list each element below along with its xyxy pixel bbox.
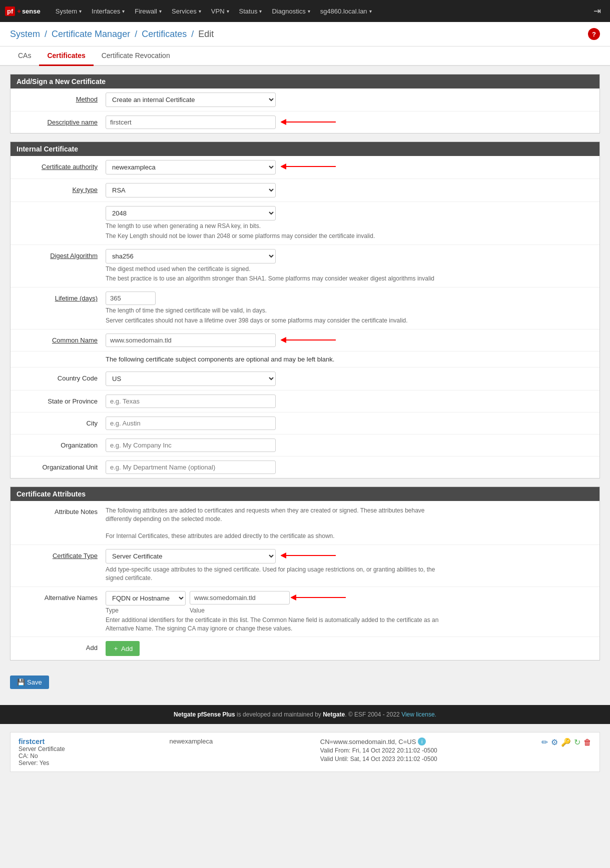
key-length-hint1: The length to use when generating a new … [106,222,446,230]
nav-system[interactable]: System ▾ [51,0,87,22]
descriptive-name-field [106,116,594,129]
alt-names-row: Alternative Names FQDN or Hostname IP Ad… [11,587,599,638]
digest-select[interactable]: sha1 sha224 sha256 sha384 sha512 [106,249,276,264]
info-icon[interactable]: i [418,738,426,746]
plus-add-icon: ＋ [113,644,119,653]
common-name-field [106,334,594,347]
cert-bottom-row: firstcert Server Certificate CA: No Serv… [10,732,600,772]
attr-notes-label: Attribute Notes [16,505,106,516]
digest-hint1: The digest method used when the certific… [106,265,446,274]
cert-cn: CN=www.somedomain.tld, C=US i [320,738,531,746]
key-type-label: Key type [16,183,106,194]
tab-cas[interactable]: CAs [10,46,39,65]
key-type-select[interactable]: RSA ECDSA [106,183,276,198]
descriptive-name-input[interactable] [106,116,276,129]
tab-cert-revocation[interactable]: Certificate Revocation [94,46,178,65]
nav-services[interactable]: Services ▾ [167,0,206,22]
ca-field: newexampleca [106,160,594,174]
key-length-label [16,206,106,209]
nav-firewall[interactable]: Firewall ▾ [130,0,167,22]
alt-names-type-col: Type [106,607,186,614]
method-select[interactable]: Create an internal Certificate Import an… [106,92,276,107]
arrow-annotation-4 [281,550,341,561]
edit-cert-icon[interactable]: ✏ [541,738,548,747]
alt-names-value-input[interactable] [190,591,290,604]
ca-row: Certificate authority newexampleca [11,156,599,179]
org-row: Organization [11,434,599,456]
common-name-input[interactable] [106,334,276,347]
add-button[interactable]: ＋ Add [106,641,140,656]
key-length-select[interactable]: 512 1024 2048 4096 [106,206,276,220]
city-input[interactable] [106,416,276,430]
lifetime-hint2: Server certificates should not have a li… [106,316,446,325]
key-length-row: 512 1024 2048 4096 The length to use whe… [11,202,599,245]
ca-label: Certificate authority [16,160,106,170]
breadcrumb-certificates[interactable]: Certificates [142,29,187,39]
footer: Netgate pfSense Plus is developed and ma… [0,705,610,724]
org-input[interactable] [106,438,276,452]
nav-vpn[interactable]: VPN ▾ [206,0,234,22]
nav-interfaces[interactable]: Interfaces ▾ [87,0,130,22]
state-input[interactable] [106,394,276,408]
help-button[interactable]: ? [588,28,600,40]
add-row: Add ＋ Add [11,637,599,660]
cert-bottom-server: Server: Yes [19,760,159,766]
arrow-annotation-2 [281,161,341,172]
ca-select[interactable]: newexampleca [106,160,276,174]
top-nav: pf + sense System ▾ Interfaces ▾ Firewal… [0,0,610,22]
internal-cert-header: Internal Certificate [11,142,599,156]
digest-row: Digest Algorithm sha1 sha224 sha256 sha3… [11,245,599,288]
optional-note: The following certificate subject compon… [106,356,594,363]
attr-notes-row: Attribute Notes The following attributes… [11,501,599,545]
nav-diagnostics[interactable]: Diagnostics ▾ [267,0,315,22]
alt-names-type-select[interactable]: FQDN or Hostname IP Address Email Addres… [106,591,186,606]
lifetime-input[interactable] [106,292,156,305]
digest-hint2: The best practice is to use an algorithm… [106,274,446,283]
cert-type-select[interactable]: Server Certificate User Certificate CA C… [106,549,276,564]
cert-bottom-type: Server Certificate [19,746,159,752]
nav-hostname[interactable]: sg4860.local.lan ▾ [315,0,377,22]
footer-license-link[interactable]: View license. [401,711,436,718]
cert-issuer: newexampleca [169,738,310,745]
tab-certificates[interactable]: Certificates [39,46,93,65]
method-row: Method Create an internal Certificate Im… [11,88,599,112]
logout-icon[interactable]: ⇥ [589,6,605,16]
pf-icon: pf [5,6,15,16]
org-unit-input[interactable] [106,460,276,474]
breadcrumb-cert-manager[interactable]: Certificate Manager [52,29,130,39]
alt-names-value-col: Value [190,607,205,614]
key-length-hint2: The Key Length should not be lower than … [106,232,446,240]
alt-names-field: FQDN or Hostname IP Address Email Addres… [106,591,594,633]
delete-cert-icon[interactable]: 🗑 [583,738,591,747]
add-field: ＋ Add [106,641,594,656]
add-sign-header: Add/Sign a New Certificate [11,74,599,88]
digest-field: sha1 sha224 sha256 sha384 sha512 The dig… [106,249,594,284]
refresh-cert-icon[interactable]: ↻ [574,738,580,747]
arrow-annotation-3 [281,334,341,346]
plus-icon: + [17,8,21,15]
country-code-select[interactable]: US GB DE FR CA AU [106,372,276,386]
cert-bottom-name: firstcert [19,738,159,746]
arrow-annotation-1 [281,116,341,128]
breadcrumb-system[interactable]: System [10,29,40,39]
cert-valid-until: Valid Until: Sat, 14 Oct 2023 20:11:02 -… [320,756,531,762]
save-button[interactable]: 💾 Save [10,676,49,689]
optional-note-row: The following certificate subject compon… [11,352,599,368]
key-length-field: 512 1024 2048 4096 The length to use whe… [106,206,594,240]
alt-names-label: Alternative Names [16,591,106,602]
gear-cert-icon[interactable]: ⚙ [551,738,558,747]
cert-bottom-container: firstcert Server Certificate CA: No Serv… [0,724,610,782]
key-cert-icon[interactable]: 🔑 [561,738,571,747]
nav-status[interactable]: Status ▾ [234,0,267,22]
attr-notes-text1: The following attributes are added to ce… [106,506,446,524]
cert-type-label: Certificate Type [16,549,106,560]
cert-type-field: Server Certificate User Certificate CA C… [106,549,594,582]
footer-text: Netgate pfSense Plus is developed and ma… [174,711,436,718]
lifetime-row: Lifetime (days) The length of time the s… [11,288,599,330]
descriptive-name-row: Descriptive name [11,112,599,133]
org-label: Organization [16,438,106,449]
org-unit-row: Organizational Unit [11,456,599,478]
alt-names-hint: Enter additional identifiers for the cer… [106,616,446,633]
cert-detail: CN=www.somedomain.tld, C=US i Valid From… [320,738,531,762]
brand-name: sense [22,8,41,15]
